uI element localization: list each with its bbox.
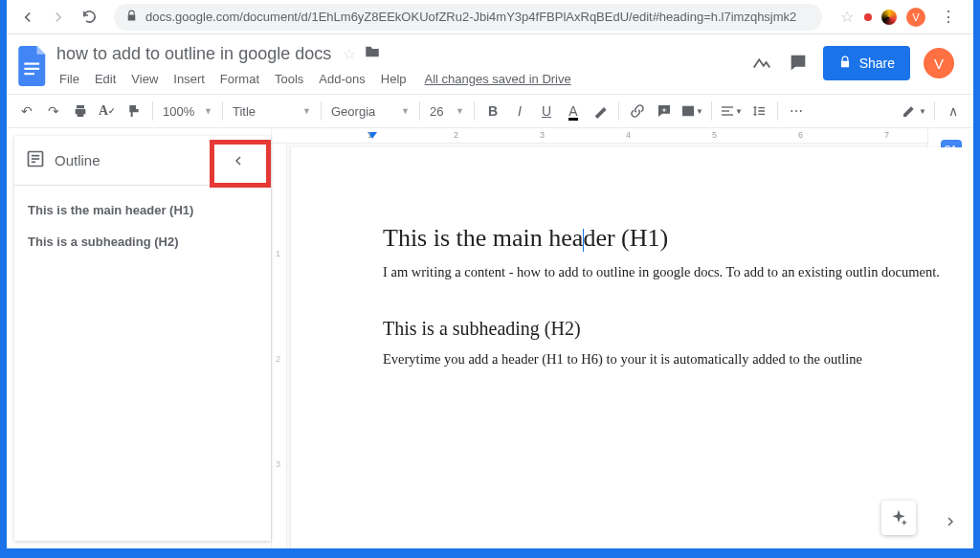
menu-view[interactable]: View xyxy=(124,70,165,88)
menu-insert[interactable]: Insert xyxy=(167,70,212,88)
bookmark-star-icon[interactable]: ☆ xyxy=(834,4,860,31)
extension-icon[interactable] xyxy=(881,10,897,25)
forward-button[interactable] xyxy=(45,4,72,31)
activity-icon[interactable] xyxy=(750,52,773,75)
heading-1[interactable]: This is the main header (H1) xyxy=(383,224,973,253)
svg-rect-4 xyxy=(722,110,729,111)
outline-item[interactable]: This is the main header (H1) xyxy=(28,203,257,217)
save-status[interactable]: All changes saved in Drive xyxy=(425,72,571,86)
svg-rect-5 xyxy=(722,114,733,115)
show-side-panel-button[interactable] xyxy=(937,508,964,535)
font-select[interactable]: Georgia▼ xyxy=(327,104,413,119)
zoom-select[interactable]: 100%▼ xyxy=(159,104,216,119)
menu-format[interactable]: Format xyxy=(213,70,266,88)
chrome-menu-icon[interactable]: ⋮ xyxy=(935,4,962,31)
menu-addons[interactable]: Add-ons xyxy=(312,70,371,88)
docs-logo-icon[interactable] xyxy=(14,40,53,92)
menu-help[interactable]: Help xyxy=(374,70,413,88)
lock-icon xyxy=(838,56,852,72)
undo-button[interactable]: ↶ xyxy=(14,99,39,123)
document-area: 1 2 3 4 5 6 7 1 2 3 This is the main hea… xyxy=(271,128,927,548)
document-page[interactable]: This is the main header (H1) I am writin… xyxy=(291,147,973,548)
paragraph[interactable]: Everytime you add a header (H1 to H6) to… xyxy=(383,349,973,370)
move-folder-icon[interactable] xyxy=(364,43,381,65)
menu-file[interactable]: File xyxy=(53,70,86,88)
editing-mode-button[interactable]: ▼ xyxy=(900,99,928,123)
hide-menus-button[interactable]: ∧ xyxy=(941,99,966,123)
paint-format-button[interactable] xyxy=(122,99,146,123)
font-size-select[interactable]: 26▼ xyxy=(426,104,468,119)
menu-tools[interactable]: Tools xyxy=(268,70,310,88)
comment-button[interactable] xyxy=(652,99,677,123)
star-icon[interactable]: ☆ xyxy=(343,45,356,63)
menu-bar: File Edit View Insert Format Tools Add-o… xyxy=(53,67,750,90)
address-bar[interactable]: docs.google.com/document/d/1EhLm6yZ8EEkO… xyxy=(114,4,822,31)
print-button[interactable] xyxy=(68,99,93,123)
bold-button[interactable]: B xyxy=(480,99,505,123)
share-button[interactable]: Share xyxy=(823,46,910,80)
reload-button[interactable] xyxy=(76,4,102,31)
spellcheck-button[interactable]: A✓ xyxy=(95,99,120,123)
italic-button[interactable]: I xyxy=(507,99,532,123)
collapse-outline-button[interactable] xyxy=(217,144,259,178)
text-color-button[interactable]: A xyxy=(561,99,586,123)
highlight-button[interactable] xyxy=(588,99,612,123)
redo-button[interactable]: ↷ xyxy=(41,99,66,123)
menu-edit[interactable]: Edit xyxy=(88,70,122,88)
outline-item[interactable]: This is a subheading (H2) xyxy=(28,234,257,249)
document-title[interactable]: how to add to outline in google docs xyxy=(53,44,335,64)
svg-rect-1 xyxy=(24,68,39,70)
lock-icon xyxy=(125,9,138,26)
back-button[interactable] xyxy=(14,4,41,31)
svg-rect-2 xyxy=(24,73,34,75)
url-text: docs.google.com/document/d/1EhLm6yZ8EEkO… xyxy=(145,10,796,24)
image-button[interactable]: ▼ xyxy=(679,99,705,123)
vertical-ruler[interactable]: 1 2 3 xyxy=(272,144,287,548)
line-spacing-button[interactable] xyxy=(746,99,771,123)
outline-panel: Outline This is the main header (H1) Thi… xyxy=(14,136,271,541)
outline-title: Outline xyxy=(55,152,208,168)
extensions-area: V ⋮ xyxy=(864,4,966,31)
extension-icon[interactable] xyxy=(864,13,872,21)
heading-2[interactable]: This is a subheading (H2) xyxy=(383,318,973,340)
align-button[interactable]: ▼ xyxy=(718,99,745,123)
account-avatar[interactable]: V xyxy=(924,48,954,78)
paragraph[interactable]: I am writing a content - how to add to o… xyxy=(383,262,973,283)
outline-icon xyxy=(26,149,45,172)
share-label: Share xyxy=(859,56,895,71)
browser-toolbar: docs.google.com/document/d/1EhLm6yZ8EEkO… xyxy=(7,0,973,34)
comment-icon[interactable] xyxy=(787,52,810,75)
svg-rect-0 xyxy=(24,63,39,65)
style-select[interactable]: Title▼ xyxy=(229,104,315,119)
horizontal-ruler[interactable]: 1 2 3 4 5 6 7 xyxy=(272,128,927,144)
format-toolbar: ↶ ↷ A✓ 100%▼ Title▼ Georgia▼ 26▼ B I U A… xyxy=(7,94,973,128)
link-button[interactable] xyxy=(625,99,650,123)
profile-avatar[interactable]: V xyxy=(906,8,925,27)
explore-button[interactable] xyxy=(881,501,916,535)
app-header: how to add to outline in google docs ☆ F… xyxy=(7,34,973,94)
underline-button[interactable]: U xyxy=(534,99,559,123)
more-button[interactable]: ⋯ xyxy=(784,99,809,123)
svg-rect-3 xyxy=(722,106,733,107)
